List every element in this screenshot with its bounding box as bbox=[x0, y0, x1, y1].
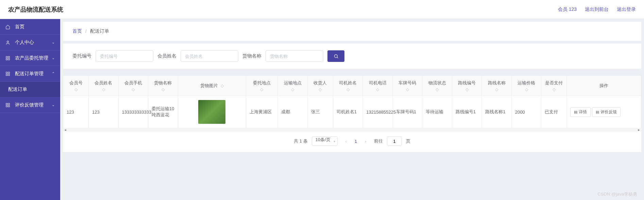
app-title: 农产品物流配送系统 bbox=[8, 5, 63, 14]
cell-member-no: 123 bbox=[63, 96, 89, 128]
cell-price: 2000 bbox=[511, 96, 541, 128]
page-number-current[interactable]: 1 bbox=[353, 139, 359, 144]
search-icon bbox=[334, 54, 339, 59]
col-driver-name[interactable]: 司机姓名◇ bbox=[333, 76, 363, 96]
svg-rect-5 bbox=[6, 72, 7, 73]
grid-icon bbox=[5, 103, 12, 107]
sidebar-item-feedback[interactable]: 评价反馈管理 ⌄ bbox=[0, 97, 60, 113]
sidebar-item-label: 配送订单管理 bbox=[15, 71, 44, 77]
search-button[interactable] bbox=[327, 50, 344, 62]
svg-point-0 bbox=[7, 41, 9, 43]
col-route-no[interactable]: 路线编号◇ bbox=[452, 76, 482, 96]
breadcrumb-home[interactable]: 首页 bbox=[72, 28, 82, 34]
svg-rect-6 bbox=[8, 72, 10, 73]
col-status[interactable]: 物流状态◇ bbox=[422, 76, 452, 96]
sidebar-item-label: 配送订单 bbox=[8, 86, 27, 93]
table-card: 会员号◇ 会员姓名◇ 会员手机◇ 货物名称◇ 货物图片◇ 委托地点◇ 运输地点◇… bbox=[63, 76, 641, 152]
sidebar-item-order[interactable]: 配送订单 bbox=[0, 82, 60, 97]
col-actions: 操作 bbox=[567, 76, 641, 96]
horizontal-scrollbar[interactable]: ◄ ► bbox=[63, 128, 641, 132]
page-jump-input[interactable] bbox=[387, 136, 402, 146]
sort-icon: ◇ bbox=[436, 87, 439, 91]
sidebar-item-label: 个人中心 bbox=[15, 39, 34, 46]
pagination: 共 1 条 10条/页 ‹ 1 › 前往 页 bbox=[63, 132, 641, 152]
grid-icon bbox=[5, 71, 12, 76]
svg-rect-11 bbox=[6, 105, 7, 107]
search-input-member-name[interactable] bbox=[181, 50, 238, 62]
col-member-no[interactable]: 会员号◇ bbox=[63, 76, 89, 96]
sidebar-item-label: 首页 bbox=[15, 24, 24, 30]
sidebar-item-label: 农产品委托管理 bbox=[15, 55, 48, 61]
svg-point-13 bbox=[334, 54, 337, 57]
table-row: 123 123 133333333333 委托运输10吨西蓝花 上海黄浦区 成都… bbox=[63, 96, 641, 128]
feedback-icon: ▤ bbox=[596, 110, 599, 114]
goto-label-before: 前往 bbox=[374, 138, 383, 144]
svg-rect-4 bbox=[8, 59, 10, 60]
cell-route-name: 路线名称1 bbox=[482, 96, 512, 128]
svg-rect-2 bbox=[8, 56, 10, 57]
col-paid[interactable]: 是否支付◇ bbox=[541, 76, 567, 96]
search-input-goods-name[interactable] bbox=[266, 50, 323, 62]
cell-paid: 已支付 bbox=[541, 96, 567, 128]
data-table: 会员号◇ 会员姓名◇ 会员手机◇ 货物名称◇ 货物图片◇ 委托地点◇ 运输地点◇… bbox=[63, 76, 641, 128]
next-page-button[interactable]: › bbox=[361, 137, 370, 146]
cell-status: 等待运输 bbox=[422, 96, 452, 128]
col-goods-image[interactable]: 货物图片◇ bbox=[178, 76, 246, 96]
user-icon bbox=[5, 40, 12, 45]
sidebar: 首页 个人中心 ⌄ 农产品委托管理 ⌄ 配送订单管理 ⌃ 配送订单 bbox=[0, 19, 60, 200]
detail-button[interactable]: ▤详情 bbox=[570, 107, 591, 117]
col-route-name[interactable]: 路线名称◇ bbox=[482, 76, 512, 96]
cell-transport-place: 成都 bbox=[278, 96, 308, 128]
grid-icon bbox=[5, 56, 12, 61]
cell-driver-phone: 132158855225 bbox=[363, 96, 393, 128]
col-driver-phone[interactable]: 司机电话◇ bbox=[363, 76, 393, 96]
svg-rect-1 bbox=[6, 56, 7, 57]
chevron-down-icon: ⌄ bbox=[52, 56, 55, 60]
feedback-button[interactable]: ▤评价反馈 bbox=[592, 107, 621, 117]
col-price[interactable]: 运输价格◇ bbox=[511, 76, 541, 96]
logout-link[interactable]: 退出登录 bbox=[617, 6, 636, 13]
svg-line-14 bbox=[337, 57, 338, 58]
col-receiver[interactable]: 收货人◇ bbox=[307, 76, 333, 96]
col-plate[interactable]: 车牌号码◇ bbox=[392, 76, 422, 96]
sort-icon: ◇ bbox=[74, 87, 78, 91]
goods-image[interactable] bbox=[198, 100, 225, 124]
chevron-down-icon: ⌄ bbox=[52, 40, 55, 45]
page-size-select[interactable]: 10条/页 bbox=[312, 136, 338, 146]
sort-icon: ◇ bbox=[525, 87, 528, 91]
col-member-phone[interactable]: 会员手机◇ bbox=[118, 76, 148, 96]
header-right: 会员 123 退出到前台 退出登录 bbox=[558, 6, 636, 13]
svg-rect-10 bbox=[8, 103, 10, 104]
col-goods-name[interactable]: 货物名称◇ bbox=[148, 76, 178, 96]
detail-icon: ▤ bbox=[574, 110, 577, 114]
scroll-left-icon: ◄ bbox=[63, 128, 68, 132]
home-icon bbox=[5, 24, 12, 29]
svg-rect-3 bbox=[6, 59, 7, 60]
sidebar-item-home[interactable]: 首页 bbox=[0, 19, 60, 35]
cell-member-phone: 133333333333 bbox=[118, 96, 148, 128]
search-label-3: 货物名称 bbox=[242, 53, 261, 59]
sort-icon: ◇ bbox=[553, 87, 556, 91]
cell-receiver: 张三 bbox=[307, 96, 333, 128]
sidebar-item-profile[interactable]: 个人中心 ⌄ bbox=[0, 35, 60, 50]
sort-icon: ◇ bbox=[291, 87, 294, 91]
cell-route-no: 路线编号1 bbox=[452, 96, 482, 128]
sidebar-item-entrust[interactable]: 农产品委托管理 ⌄ bbox=[0, 50, 60, 66]
prev-page-button[interactable]: ‹ bbox=[342, 137, 351, 146]
sort-icon: ◇ bbox=[132, 87, 135, 91]
goto-label-after: 页 bbox=[406, 138, 410, 144]
table-header-row: 会员号◇ 会员姓名◇ 会员手机◇ 货物名称◇ 货物图片◇ 委托地点◇ 运输地点◇… bbox=[63, 76, 641, 96]
search-input-entrust-no[interactable] bbox=[96, 50, 153, 62]
sort-icon: ◇ bbox=[495, 87, 498, 91]
sort-icon: ◇ bbox=[346, 87, 350, 91]
svg-rect-8 bbox=[8, 74, 10, 76]
member-link[interactable]: 会员 123 bbox=[558, 6, 577, 13]
svg-rect-12 bbox=[8, 105, 10, 107]
col-transport-place[interactable]: 运输地点◇ bbox=[278, 76, 308, 96]
sidebar-item-order-mgmt[interactable]: 配送订单管理 ⌃ bbox=[0, 66, 60, 82]
search-bar: 委托编号 会员姓名 货物名称 bbox=[63, 44, 641, 69]
header-bar: 农产品物流配送系统 会员 123 退出到前台 退出登录 bbox=[0, 0, 644, 19]
to-front-link[interactable]: 退出到前台 bbox=[585, 6, 609, 13]
col-member-name[interactable]: 会员姓名◇ bbox=[89, 76, 119, 96]
col-entrust-place[interactable]: 委托地点◇ bbox=[246, 76, 278, 96]
